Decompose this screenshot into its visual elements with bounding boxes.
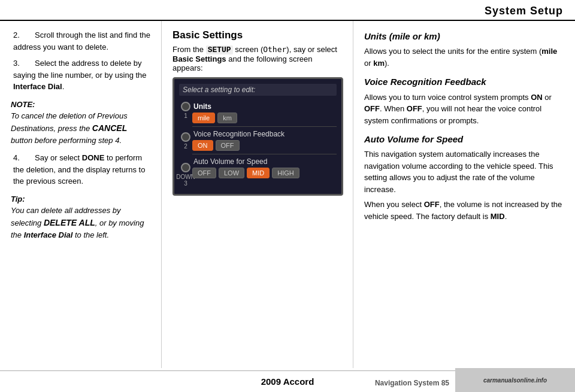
done-ref: DONE (82, 153, 105, 162)
basic-settings-ref: Basic Settings (172, 54, 226, 63)
list-item: 2. Scroll through the list and find the … (11, 29, 150, 53)
item-text: Say or select DONE to perform the deleti… (13, 153, 145, 186)
footer-nav-info: Navigation System 85 (375, 379, 449, 387)
screen-dial: 1 2 DOWN3 (179, 99, 192, 189)
dial-circle-1 (181, 102, 190, 111)
auto-vol-section-title: Auto Volume for Speed (364, 132, 564, 146)
km-button[interactable]: km (217, 113, 237, 123)
voice-buttons: ON OFF (192, 140, 337, 151)
divider-1 (192, 126, 337, 127)
voice-label: Voice Recognition Feedback (192, 130, 337, 138)
other-word: Other (263, 45, 286, 54)
page-title: System Setup (485, 5, 563, 17)
auto-vol-buttons: OFF LOW MID HIGH (192, 168, 337, 178)
auto-vol-para1: This navigation system automatically inc… (364, 148, 564, 195)
watermark-text: carmanualsonline.info (483, 377, 547, 384)
dial-label-2: 2 (184, 143, 187, 150)
item-number: 2. (13, 29, 24, 41)
mid-text: MID (491, 212, 505, 221)
intro-text: From the SETUP screen (Other), say or se… (172, 45, 342, 72)
mile-button[interactable]: mile (192, 113, 215, 123)
page-footer: 2009 Accord carmanualsonline.info Naviga… (0, 370, 575, 392)
note-title: NOTE: (11, 99, 150, 111)
off-text2: OFF (407, 104, 422, 113)
low-button[interactable]: LOW (219, 168, 244, 178)
note-block: NOTE: To cancel the deletion of Previous… (11, 99, 150, 147)
units-para: Allows you to select the units for the e… (364, 45, 564, 69)
voice-section-title: Voice Recognition Feedback (364, 75, 564, 89)
item-text: Scroll through the list and find the add… (13, 31, 150, 51)
units-section-title: Units (mile or km) (364, 29, 564, 43)
left-column: 2. Scroll through the list and find the … (0, 21, 162, 368)
tip-block: Tip: You can delete all addresses by sel… (11, 193, 150, 241)
tip-title: Tip: (11, 193, 150, 205)
on-text: ON (531, 93, 543, 102)
footer-label: 2009 Accord (261, 376, 314, 387)
screen-row-auto-vol: Auto Volume for Speed OFF LOW MID HIGH (192, 157, 337, 178)
voice-para: Allows you to turn voice control system … (364, 92, 564, 127)
off-text: OFF (364, 104, 380, 113)
middle-column: Basic Settings From the SETUP screen (Ot… (162, 21, 353, 368)
km-text: km (373, 59, 385, 68)
nav-info-text: Navigation System 85 (375, 379, 449, 387)
interface-dial-ref: Interface Dial (13, 82, 62, 91)
divider-2 (192, 154, 337, 154)
screen-row-voice: Voice Recognition Feedback ON OFF (192, 130, 337, 151)
mid-button[interactable]: MID (247, 168, 270, 178)
note-body: To cancel the deletion of Previous Desti… (11, 110, 150, 146)
page-header: System Setup (0, 0, 575, 21)
auto-vol-label: Auto Volume for Speed (192, 157, 337, 166)
list-item: 3. Select the address to delete by sayin… (11, 57, 150, 93)
dial-circle-3 (181, 163, 190, 172)
dial-circle-2 (181, 132, 190, 142)
high-button[interactable]: HIGH (272, 168, 299, 178)
list-item: 4. Say or select DONE to perform the del… (11, 152, 150, 187)
auto-vol-para2: When you select OFF, the volume is not i… (364, 199, 564, 222)
screen-inner: 1 2 DOWN3 Units mile km (179, 99, 337, 189)
tip-body: You can delete all addresses by selectin… (11, 205, 150, 241)
content-area: 2. Scroll through the list and find the … (0, 21, 575, 368)
watermark: carmanualsonline.info (455, 368, 575, 392)
mile-text: mile (541, 47, 557, 56)
dial-label-1: 1 (184, 113, 187, 119)
item-number: 4. (13, 152, 24, 164)
cancel-ref: CANCEL (92, 123, 127, 133)
off-text3: OFF (424, 200, 440, 209)
section-title-basic-settings: Basic Settings (172, 29, 342, 41)
units-label: Units (192, 102, 337, 111)
units-buttons: mile km (192, 113, 337, 123)
screen-content: Units mile km Voice Recognition Feedback… (192, 99, 337, 189)
on-button[interactable]: ON (192, 140, 213, 151)
off-button-vol[interactable]: OFF (192, 168, 216, 178)
delete-all-ref: DELETE ALL (44, 218, 95, 227)
right-column: Units (mile or km) Allows you to select … (353, 21, 575, 368)
screen-label: Select a setting to edit: (179, 84, 337, 96)
screen-simulation: Select a setting to edit: 1 2 DOWN3 Unit… (172, 77, 343, 196)
interface-dial-ref2: Interface Dial (24, 230, 73, 239)
item-number: 3. (13, 57, 24, 69)
screen-row-units: Units mile km (192, 102, 337, 123)
item-text: Select the address to delete by saying t… (13, 59, 147, 91)
setup-word: SETUP (206, 45, 233, 54)
off-button-voice[interactable]: OFF (216, 140, 240, 151)
